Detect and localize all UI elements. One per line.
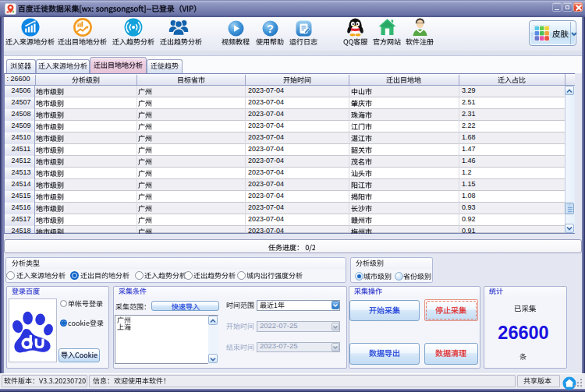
- svg-text:?: ?: [267, 22, 274, 34]
